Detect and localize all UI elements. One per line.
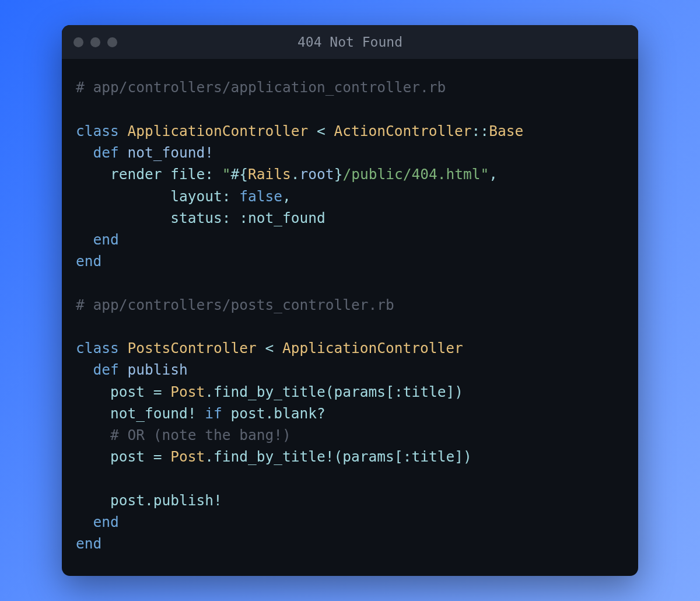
code-line bbox=[76, 272, 624, 294]
code-token: end bbox=[93, 231, 119, 248]
code-token bbox=[76, 513, 93, 530]
code-token: blank? bbox=[274, 405, 326, 422]
code-token bbox=[274, 340, 282, 357]
code-line bbox=[76, 316, 624, 337]
code-line: post = Post.find_by_title!(params[:title… bbox=[76, 446, 624, 467]
code-token: status: bbox=[170, 209, 230, 226]
code-token: find_by_title! bbox=[214, 448, 334, 465]
code-token: < bbox=[317, 123, 326, 139]
code-token: post bbox=[76, 492, 145, 509]
code-token: end bbox=[93, 513, 119, 530]
code-token: ApplicationController bbox=[128, 123, 309, 139]
code-token bbox=[214, 166, 222, 183]
code-token: post bbox=[76, 383, 153, 400]
code-editor: # app/controllers/application_controller… bbox=[62, 59, 638, 575]
code-token: /public/404.html" bbox=[342, 166, 489, 183]
code-token: " bbox=[222, 166, 231, 183]
code-line: def not_found! bbox=[76, 142, 624, 163]
code-line: # OR (note the bang!) bbox=[76, 424, 624, 446]
code-token bbox=[119, 340, 128, 357]
close-icon[interactable] bbox=[74, 37, 83, 47]
code-token: ]) bbox=[446, 383, 463, 400]
code-token bbox=[76, 427, 110, 443]
code-token: ]) bbox=[454, 448, 472, 465]
code-window: 404 Not Found # app/controllers/applicat… bbox=[62, 25, 638, 575]
code-token: params bbox=[342, 448, 394, 465]
code-token: [ bbox=[386, 383, 394, 400]
code-token: class bbox=[76, 340, 119, 357]
code-token: . bbox=[145, 492, 153, 509]
code-line: post = Post.find_by_title(params[:title]… bbox=[76, 381, 624, 403]
code-token: root bbox=[300, 166, 334, 183]
code-token: # app/controllers/posts_controller.rb bbox=[76, 296, 394, 313]
code-token: Post bbox=[170, 448, 205, 465]
code-token bbox=[326, 123, 334, 139]
code-line: layout: false, bbox=[76, 186, 624, 207]
code-token: publish bbox=[128, 361, 188, 378]
code-token bbox=[76, 231, 93, 248]
minimize-icon[interactable] bbox=[90, 37, 100, 47]
code-token: ApplicationController bbox=[282, 340, 463, 357]
code-token bbox=[308, 123, 317, 139]
code-token bbox=[119, 144, 128, 161]
code-token: . bbox=[291, 166, 300, 183]
window-title: 404 Not Found bbox=[62, 34, 638, 50]
code-token: file: bbox=[170, 166, 214, 183]
code-token: } bbox=[334, 166, 343, 183]
code-token: ( bbox=[326, 383, 334, 400]
code-token bbox=[76, 361, 93, 378]
code-token bbox=[76, 144, 93, 161]
code-token: = bbox=[153, 448, 162, 465]
code-token: ActionController bbox=[334, 123, 472, 139]
code-token: < bbox=[265, 340, 274, 357]
code-token: . bbox=[205, 448, 214, 465]
code-line bbox=[76, 468, 624, 490]
code-token bbox=[76, 188, 170, 205]
code-line: end bbox=[76, 511, 624, 533]
code-token: publish! bbox=[153, 492, 222, 509]
code-line: end bbox=[76, 250, 624, 272]
code-line: render file: "#{Rails.root}/public/404.h… bbox=[76, 163, 624, 185]
code-token: Post bbox=[170, 383, 205, 400]
code-token: Rails bbox=[248, 166, 291, 183]
code-token: def bbox=[93, 144, 119, 161]
code-line: def publish bbox=[76, 359, 624, 380]
code-token: # app/controllers/application_controller… bbox=[76, 79, 446, 96]
code-line: class PostsController < ApplicationContr… bbox=[76, 337, 624, 359]
code-token: false bbox=[239, 188, 282, 205]
code-token: def bbox=[93, 361, 119, 378]
code-token: if bbox=[205, 405, 222, 422]
code-token: :: bbox=[472, 123, 489, 139]
code-token bbox=[231, 209, 240, 226]
code-token: :title bbox=[394, 383, 446, 400]
code-token: find_by_title bbox=[214, 383, 326, 400]
code-token: end bbox=[76, 253, 102, 270]
code-line: not_found! if post.blank? bbox=[76, 403, 624, 424]
code-token: . bbox=[205, 383, 214, 400]
code-token: ( bbox=[334, 448, 343, 465]
code-line bbox=[76, 99, 624, 120]
code-token: render bbox=[76, 166, 170, 183]
code-token bbox=[76, 209, 170, 226]
traffic-lights bbox=[74, 37, 117, 47]
code-token: , bbox=[282, 188, 291, 205]
code-token: [ bbox=[394, 448, 403, 465]
code-token: not_found! bbox=[128, 144, 214, 161]
zoom-icon[interactable] bbox=[107, 37, 117, 47]
code-token: not_found! bbox=[76, 405, 205, 422]
titlebar: 404 Not Found bbox=[62, 25, 638, 59]
code-token: # OR (note the bang!) bbox=[110, 427, 291, 443]
code-token: layout: bbox=[170, 188, 230, 205]
code-line: # app/controllers/posts_controller.rb bbox=[76, 294, 624, 316]
code-token: post bbox=[76, 448, 153, 465]
code-token: , bbox=[489, 166, 498, 183]
code-token bbox=[231, 188, 240, 205]
code-line: end bbox=[76, 229, 624, 250]
code-token: = bbox=[153, 383, 162, 400]
code-token: :title bbox=[403, 448, 455, 465]
code-line: # app/controllers/application_controller… bbox=[76, 76, 624, 98]
code-line: status: :not_found bbox=[76, 207, 624, 229]
code-token: #{ bbox=[231, 166, 249, 183]
code-token bbox=[119, 123, 128, 139]
code-token bbox=[162, 448, 171, 465]
